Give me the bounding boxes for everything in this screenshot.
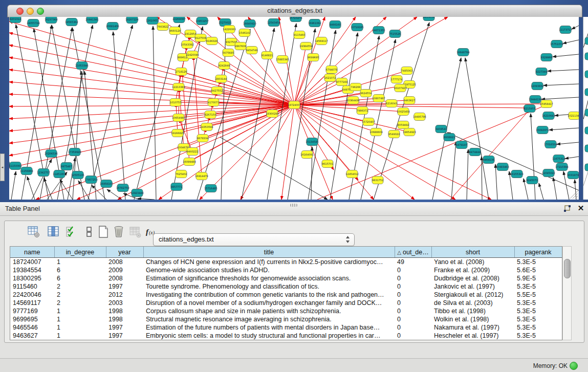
edge[interactable] [220, 137, 328, 200]
node[interactable]: 12923448 [130, 189, 143, 197]
node-selected[interactable]: 16914479 [195, 172, 208, 180]
node-selected[interactable]: 19384554 [299, 42, 312, 50]
node[interactable]: 19565362 [65, 18, 78, 26]
node-selected[interactable]: 10654985 [172, 114, 185, 122]
node-selected[interactable]: 4170071 [208, 99, 219, 106]
table-cell[interactable]: Changes of HCN gene expression and I(f) … [143, 258, 395, 267]
table-cell[interactable]: 5.3E-5 [514, 282, 562, 291]
table-cell[interactable]: 19384554 [10, 266, 54, 274]
node[interactable] [585, 53, 588, 60]
table-cell[interactable]: 1 [54, 332, 106, 340]
edge[interactable] [553, 178, 557, 200]
edge[interactable] [543, 84, 579, 85]
edge-selected[interactable] [9, 105, 294, 143]
node-selected[interactable]: 9699695 [308, 54, 319, 61]
edge[interactable] [451, 142, 456, 200]
edge[interactable] [113, 32, 125, 200]
table-cell[interactable]: 5.3E-5 [514, 258, 562, 267]
node[interactable]: 20841341 [85, 17, 98, 24]
table-cell[interactable]: 2012 [106, 291, 143, 299]
node[interactable]: 17016504 [544, 141, 557, 148]
column-header-name[interactable]: name [10, 247, 54, 258]
node[interactable]: 17359928 [68, 148, 81, 156]
node[interactable]: 20691406 [106, 23, 119, 30]
table-scrollbar[interactable] [562, 246, 572, 340]
node-selected[interactable]: 10025458 [397, 108, 409, 116]
node-selected[interactable]: 15720407 [362, 118, 375, 126]
node[interactable]: 15723274 [289, 17, 302, 22]
edge-selected[interactable] [294, 82, 342, 105]
node-selected[interactable]: 14226063 [223, 26, 235, 33]
node-selected[interactable]: 1912954 [185, 30, 196, 38]
node[interactable]: 17210394 [555, 163, 568, 171]
node-selected[interactable]: 2867608 [235, 42, 246, 50]
table-cell[interactable]: 1 [54, 323, 106, 332]
node[interactable]: 3409541 [435, 125, 447, 133]
show-columns-icon[interactable] [47, 225, 60, 238]
node[interactable]: 16210643 [542, 112, 555, 120]
edge-selected[interactable] [9, 105, 294, 131]
node-selected[interactable]: 9777169 [336, 78, 347, 86]
node[interactable]: 16961062 [308, 19, 321, 27]
node-selected[interactable]: 7663822 [157, 23, 168, 31]
node[interactable]: 9464136 [483, 156, 494, 164]
edge[interactable] [138, 199, 155, 200]
edge[interactable] [32, 159, 52, 200]
node-selected[interactable]: 7625402 [176, 170, 187, 178]
node[interactable] [585, 109, 588, 116]
table-cell[interactable]: Nakamura et al. (1997) [431, 323, 514, 332]
node-selected[interactable]: 746266 [350, 83, 361, 91]
node[interactable]: 9474444 [469, 148, 481, 156]
node-selected[interactable]: 8267150 [205, 111, 216, 119]
table-cell[interactable]: 5.3E-5 [514, 307, 562, 315]
new-column-icon[interactable] [97, 225, 110, 238]
node[interactable]: 15716485 [204, 185, 217, 192]
table-cell[interactable]: Genome-wide association studies in ADHD. [143, 266, 395, 274]
edge[interactable] [541, 97, 579, 99]
node-selected[interactable]: 14569117 [315, 37, 328, 45]
node-selected[interactable]: 15958417 [540, 100, 553, 108]
node-selected[interactable]: 9127508 [195, 34, 206, 42]
column-header-pagerank[interactable]: pagerank [514, 247, 562, 258]
node[interactable]: 8938921 [444, 134, 455, 141]
table-cell[interactable]: 5.3E-5 [514, 332, 562, 340]
node-selected[interactable]: 5675685 [223, 49, 234, 57]
node[interactable]: 9245072 [527, 177, 538, 184]
node[interactable]: 11675314 [552, 155, 565, 163]
edge[interactable] [539, 183, 543, 200]
node-selected[interactable]: 9493222 [187, 148, 198, 156]
node[interactable]: 16958107 [100, 180, 113, 188]
node[interactable]: 12342757 [37, 169, 50, 177]
node-selected[interactable]: 18724007 [288, 101, 300, 109]
node-selected[interactable]: 2803144 [215, 75, 227, 83]
node[interactable]: 8201314 [10, 17, 21, 23]
edge-selected[interactable] [181, 72, 294, 105]
node[interactable]: 9975487 [61, 163, 72, 170]
node-selected[interactable]: 2718126 [176, 68, 187, 76]
table-row[interactable]: 1938455462009Genome-wide association stu… [10, 266, 562, 274]
edge-selected[interactable] [294, 57, 313, 105]
node[interactable]: 11173717 [559, 26, 572, 34]
node-table[interactable]: namein_degreeyeartitle△out_de…shortpager… [10, 246, 562, 340]
table-cell[interactable]: Structural magnetic resonance image aver… [143, 315, 395, 323]
table-row[interactable]: 911546021997Tourette syndrome. Phenomeno… [10, 282, 562, 291]
edge-selected[interactable] [294, 105, 491, 200]
table-cell[interactable]: 2009 [106, 266, 143, 274]
node[interactable]: 9031979 [568, 171, 579, 179]
node-selected[interactable]: 20364436 [346, 97, 359, 104]
node-selected[interactable]: 9831752 [372, 177, 383, 184]
edge[interactable] [467, 149, 468, 200]
node[interactable]: 6479197 [456, 141, 467, 149]
table-selector-dropdown[interactable]: citations_edges.txt [153, 233, 355, 246]
node-selected[interactable]: 9549322 [388, 130, 400, 138]
node[interactable]: 10993463 [496, 163, 509, 171]
node[interactable]: 20206536 [45, 150, 57, 158]
edge[interactable] [563, 40, 579, 43]
table-cell[interactable]: Estimation of the future numbers of pati… [143, 323, 395, 332]
node[interactable]: 7515526 [389, 30, 401, 38]
table-settings-icon[interactable] [27, 225, 40, 238]
edge-selected[interactable] [450, 110, 530, 200]
table-cell[interactable]: 5.3E-5 [514, 299, 562, 307]
column-header-short[interactable]: short [431, 247, 514, 258]
node-selected[interactable]: 15885345 [276, 56, 289, 63]
